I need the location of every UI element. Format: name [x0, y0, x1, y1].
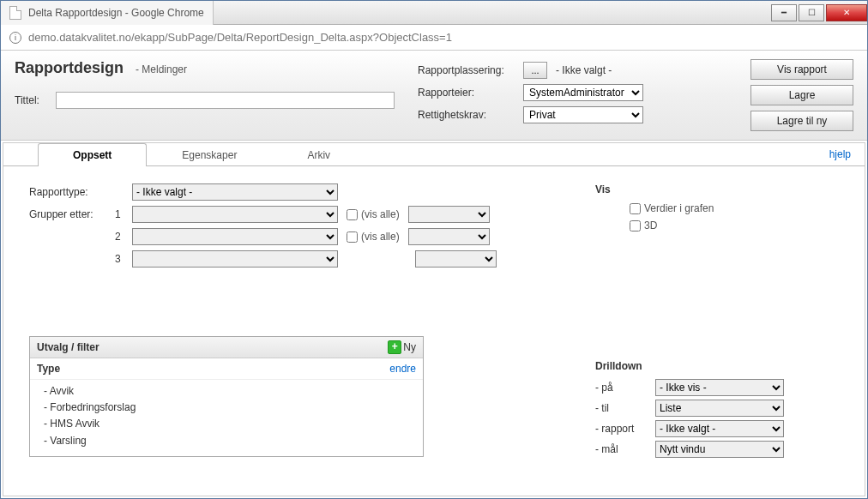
owner-select[interactable]: SystemAdministrator [523, 84, 643, 101]
group2-aux-select[interactable] [408, 228, 490, 245]
address-bar[interactable]: i demo.datakvalitet.no/ekapp/SubPage/Del… [1, 25, 867, 51]
filter-edit-link[interactable]: endre [389, 363, 416, 375]
vis-title: Vis [595, 183, 839, 195]
dd-rapport-label: - rapport [595, 423, 655, 435]
page-subtitle: - Meldinger [136, 63, 187, 75]
tab-oppsett[interactable]: Oppsett [38, 143, 147, 166]
page-header: Rapportdesign - Meldinger Tittel: Rappor… [1, 51, 867, 141]
tittel-label: Tittel: [15, 94, 49, 106]
filter-item: - Forbedringsforslag [44, 400, 416, 416]
tittel-input[interactable] [56, 92, 395, 109]
group2-visalle-checkbox[interactable] [347, 231, 358, 243]
window-close-button[interactable]: ✕ [826, 4, 867, 21]
vis-3d-option[interactable]: 3D [630, 219, 839, 231]
browser-tab[interactable]: Delta Rapportdesign - Google Chrome [1, 1, 214, 25]
browser-tab-title: Delta Rapportdesign - Google Chrome [28, 7, 204, 19]
group1-visalle[interactable]: (vis alle) [347, 208, 400, 220]
group1-select[interactable] [132, 206, 338, 223]
dd-til-select[interactable]: Liste [655, 400, 784, 417]
url-text: demo.datakvalitet.no/ekapp/SubPage/Delta… [28, 31, 452, 44]
dd-mal-label: - mål [595, 443, 655, 455]
dd-mal-select[interactable]: Nytt vindu [655, 441, 784, 458]
dd-pa-label: - på [595, 382, 655, 394]
page-title: Rapportdesign [15, 59, 124, 77]
chrome-titlebar: Delta Rapportdesign - Google Chrome ━ ☐ … [1, 1, 867, 25]
save-button[interactable]: Lagre [750, 85, 853, 105]
tab-bar: Oppsett Egenskaper Arkiv [3, 142, 865, 166]
group3-select[interactable] [132, 250, 338, 268]
drilldown-title: Drilldown [595, 360, 839, 372]
save-as-button[interactable]: Lagre til ny [750, 111, 853, 131]
vis-values-checkbox[interactable] [630, 203, 641, 214]
group-num-1: 1 [115, 208, 132, 220]
filter-type-label: Type [37, 363, 60, 375]
window-maximize-button[interactable]: ☐ [799, 4, 824, 21]
group-num-3: 3 [115, 253, 132, 265]
rights-label: Rettighetskrav: [418, 109, 516, 121]
placement-value: - Ikke valgt - [556, 64, 612, 76]
rights-select[interactable]: Privat [523, 106, 643, 123]
owner-label: Rapporteier: [418, 87, 516, 99]
group1-visalle-checkbox[interactable] [347, 209, 358, 220]
filter-item: - Varsling [44, 433, 416, 449]
page-icon [9, 6, 21, 20]
group3-aux-select[interactable] [415, 250, 497, 268]
placement-label: Rapportplassering: [418, 64, 516, 76]
group2-visalle[interactable]: (vis alle) [347, 231, 400, 243]
filter-title: Utvalg / filter [37, 341, 99, 353]
vis-3d-checkbox[interactable] [630, 220, 641, 231]
dd-til-label: - til [595, 402, 655, 414]
filter-new-button[interactable]: Ny [388, 341, 416, 353]
reporttype-select[interactable]: - Ikke valgt - [132, 183, 338, 201]
group-num-2: 2 [115, 231, 132, 243]
tab-arkiv[interactable]: Arkiv [272, 143, 365, 166]
window-minimize-button[interactable]: ━ [771, 4, 797, 21]
group-label: Grupper etter: [29, 208, 115, 220]
filter-items: - Avvik - Forbedringsforslag - HMS Avvik… [30, 380, 423, 456]
help-link[interactable]: hjelp [829, 148, 851, 160]
show-report-button[interactable]: Vis rapport [750, 59, 853, 80]
placement-browse-button[interactable]: ... [523, 62, 547, 79]
group2-select[interactable] [132, 228, 338, 245]
site-info-icon[interactable]: i [9, 32, 21, 44]
dd-pa-select[interactable]: - Ikke vis - [655, 379, 784, 396]
vis-values-option[interactable]: Verdier i grafen [630, 202, 839, 214]
filter-item: - HMS Avvik [44, 416, 416, 432]
filter-item: - Avvik [44, 383, 416, 400]
filter-box: Utvalg / filter Ny Type endre - Avvik - … [29, 336, 424, 457]
reporttype-label: Rapporttype: [29, 186, 115, 198]
group1-aux-select[interactable] [408, 206, 490, 223]
dd-rapport-select[interactable]: - Ikke valgt - [655, 420, 784, 437]
tab-egenskaper[interactable]: Egenskaper [147, 143, 272, 166]
